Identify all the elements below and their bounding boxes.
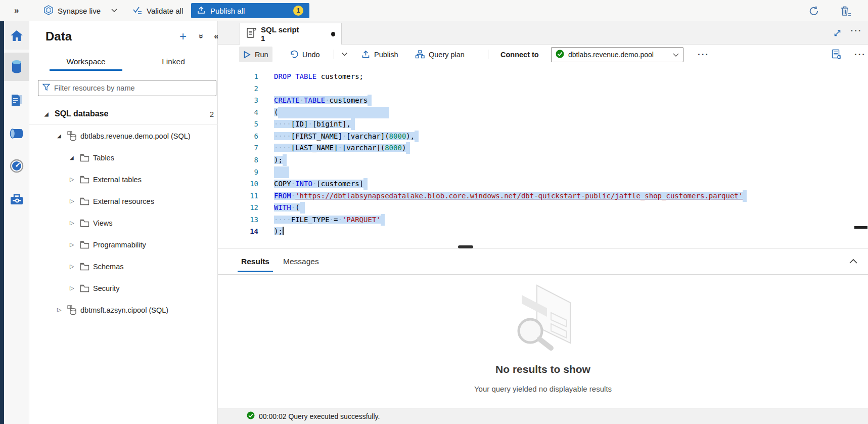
tree-item-dbtlabs-revenue-demo-pool-sql[interactable]: ◢ dbtlabs.revenue.demo.pool (SQL) bbox=[29, 125, 218, 147]
mode-chevron-down-icon[interactable] bbox=[111, 0, 117, 21]
undo-button[interactable]: Undo bbox=[285, 47, 324, 62]
twistie-collapsed-icon[interactable]: ▷ bbox=[70, 198, 80, 204]
line-number: 3 bbox=[218, 95, 258, 107]
integrate-icon[interactable] bbox=[4, 119, 29, 148]
query-plan-button[interactable]: Query plan bbox=[411, 47, 469, 62]
tab-results[interactable]: Results bbox=[241, 249, 269, 274]
item-count-badge: 2 bbox=[210, 110, 214, 118]
code-line-4[interactable]: 4( bbox=[218, 107, 868, 119]
run-button[interactable]: Run bbox=[239, 47, 272, 62]
develop-icon[interactable] bbox=[4, 86, 29, 114]
code-line-14[interactable]: 14); bbox=[218, 226, 868, 238]
folder-icon bbox=[80, 219, 93, 227]
code-line-6[interactable]: 6····[FIRST_NAME]·[varchar](8000), bbox=[218, 131, 868, 143]
line-number: 1 bbox=[218, 71, 258, 83]
tree-item-label: Security bbox=[93, 284, 119, 292]
mode-selector[interactable]: Synapse live bbox=[43, 0, 101, 21]
empty-state-subtitle: Your query yielded no displayable result… bbox=[218, 385, 868, 393]
toolbar-more-icon[interactable]: ··· bbox=[694, 47, 713, 62]
code-text: COPY·INTO·[customers] bbox=[274, 178, 368, 190]
code-line-8[interactable]: 8); bbox=[218, 154, 868, 166]
code-text bbox=[274, 166, 289, 179]
database-icon bbox=[67, 131, 80, 141]
code-line-2[interactable]: 2 bbox=[218, 83, 868, 95]
folder-icon bbox=[80, 284, 93, 292]
tree-item-external-tables[interactable]: ▷ External tables bbox=[29, 168, 218, 190]
connected-check-icon bbox=[556, 50, 564, 60]
left-edge-strip bbox=[0, 21, 4, 424]
code-line-11[interactable]: 11FROM·'https://dbtlabsynapsedatalake.bl… bbox=[218, 190, 868, 202]
code-text: DROP TABLE customers; bbox=[274, 71, 363, 83]
filter-funnel-icon bbox=[42, 83, 50, 93]
resource-tree: ◢SQL database2◢ dbtlabs.revenue.demo.poo… bbox=[29, 103, 218, 321]
code-text: ); bbox=[274, 226, 284, 238]
line-number: 13 bbox=[218, 214, 258, 226]
properties-icon[interactable] bbox=[831, 49, 842, 60]
twistie-collapsed-icon[interactable]: ▷ bbox=[70, 220, 80, 226]
tab-more-actions-icon[interactable]: ··· bbox=[851, 25, 862, 36]
expand-editor-icon[interactable] bbox=[832, 27, 843, 38]
results-pane-header: Results Messages bbox=[218, 249, 868, 275]
tab-messages[interactable]: Messages bbox=[283, 249, 319, 274]
code-line-3[interactable]: 3CREATE·TABLE·customers bbox=[218, 95, 868, 107]
code-line-1[interactable]: 1DROP TABLE customers; bbox=[218, 71, 868, 83]
active-tab-underline bbox=[50, 69, 122, 71]
discard-all-icon[interactable] bbox=[839, 5, 852, 18]
publish-button[interactable]: Publish bbox=[357, 47, 402, 62]
monitor-icon[interactable] bbox=[4, 152, 29, 180]
pool-select-dropdown[interactable]: dbtlabs.revenue.demo.pool bbox=[551, 47, 683, 62]
tree-item-label: dbtlabs.revenue.demo.pool (SQL) bbox=[80, 132, 191, 140]
validate-check-icon bbox=[132, 6, 143, 16]
data-icon[interactable] bbox=[4, 53, 29, 81]
twistie-collapsed-icon[interactable]: ▷ bbox=[57, 307, 67, 313]
home-icon[interactable] bbox=[4, 21, 29, 50]
refresh-icon[interactable] bbox=[807, 5, 820, 18]
code-line-9[interactable]: 9 bbox=[218, 166, 868, 179]
tree-item-sql-database[interactable]: ◢SQL database2 bbox=[29, 103, 218, 125]
tree-item-tables[interactable]: ◢ Tables bbox=[29, 147, 218, 168]
tree-item-external-resources[interactable]: ▷ External resources bbox=[29, 190, 218, 212]
manage-icon[interactable] bbox=[4, 185, 29, 214]
run-options-chevron-icon[interactable] bbox=[337, 47, 352, 62]
add-resource-icon[interactable]: + bbox=[177, 30, 189, 43]
twistie-expanded-icon[interactable]: ◢ bbox=[57, 133, 67, 139]
twistie-collapsed-icon[interactable]: ▷ bbox=[70, 176, 80, 183]
filter-resources-input[interactable] bbox=[54, 84, 212, 92]
splitter-handle[interactable] bbox=[458, 245, 473, 248]
twistie-collapsed-icon[interactable]: ▷ bbox=[70, 263, 80, 270]
database-icon bbox=[67, 305, 80, 315]
tree-item-schemas[interactable]: ▷ Schemas bbox=[29, 256, 218, 277]
filter-box bbox=[38, 80, 216, 96]
sql-script-icon bbox=[246, 27, 256, 40]
code-line-12[interactable]: 12WITH·( bbox=[218, 202, 868, 214]
tree-item-programmability[interactable]: ▷ Programmability bbox=[29, 234, 218, 256]
panel-title: Data bbox=[45, 29, 72, 44]
synapse-studio-window: » Synapse live Validate all Publ bbox=[0, 0, 868, 424]
twistie-collapsed-icon[interactable]: ▷ bbox=[70, 241, 80, 248]
validate-all-button[interactable]: Validate all bbox=[132, 0, 183, 21]
tab-workspace[interactable]: Workspace bbox=[48, 52, 124, 72]
code-line-5[interactable]: 5····[ID]·[bigint], bbox=[218, 118, 868, 131]
line-number: 12 bbox=[218, 202, 258, 214]
code-line-7[interactable]: 7····[LAST_NAME]·[varchar](8000) bbox=[218, 142, 868, 154]
collapse-results-chevron-icon[interactable] bbox=[849, 257, 859, 267]
code-line-10[interactable]: 10COPY·INTO·[customers] bbox=[218, 178, 868, 190]
tab-linked[interactable]: Linked bbox=[146, 52, 201, 72]
publish-all-button[interactable]: Publish all 1 bbox=[191, 3, 309, 18]
expand-all-icon[interactable]: » bbox=[195, 30, 207, 43]
code-line-13[interactable]: 13····FILE_TYPE·=·'PARQUET' bbox=[218, 214, 868, 226]
tree-item-dbtmsft-azsyn-cipool-sql[interactable]: ▷ dbtmsft.azsyn.cipool (SQL) bbox=[29, 299, 218, 321]
twistie-expanded-icon[interactable]: ◢ bbox=[44, 111, 55, 117]
editor-scrollbar-thumb[interactable] bbox=[854, 226, 867, 229]
toolbar-separator bbox=[334, 50, 334, 59]
twistie-expanded-icon[interactable]: ◢ bbox=[70, 155, 80, 160]
tab-sql-script-1[interactable]: SQL script 1 bbox=[240, 23, 342, 45]
folder-icon bbox=[80, 197, 93, 205]
twistie-collapsed-icon[interactable]: ▷ bbox=[70, 285, 80, 291]
editor-more-icon[interactable]: ··· bbox=[850, 47, 868, 62]
expand-chevrons-icon[interactable]: » bbox=[14, 0, 19, 21]
tree-item-views[interactable]: ▷ Views bbox=[29, 212, 218, 234]
tree-item-security[interactable]: ▷ Security bbox=[29, 277, 218, 299]
tree-item-label: dbtmsft.azsyn.cipool (SQL) bbox=[80, 306, 168, 314]
sql-code-editor[interactable]: 1DROP TABLE customers;23CREATE·TABLE·cus… bbox=[218, 64, 868, 246]
